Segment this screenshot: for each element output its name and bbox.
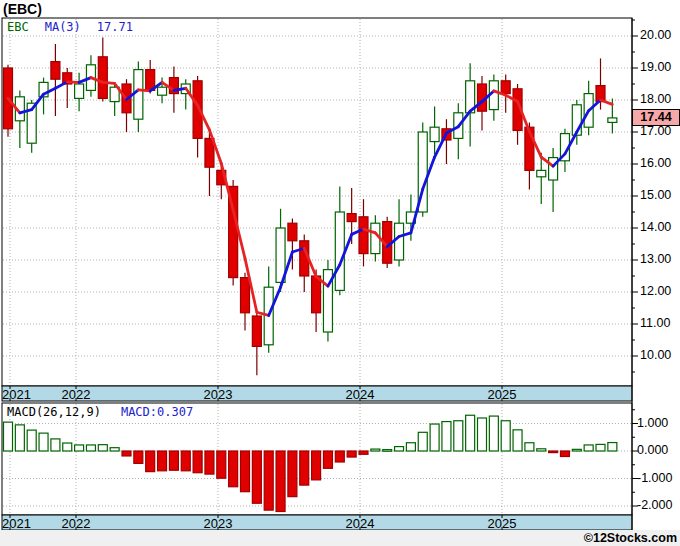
ma-value: 17.71 — [97, 20, 133, 34]
year-label-top: 2025 — [487, 387, 517, 402]
macd-bar — [110, 448, 119, 451]
macd-axis-label: 1.000 — [637, 416, 668, 430]
symbol-label: EBC — [7, 20, 29, 34]
macd-bar — [430, 424, 439, 451]
macd-bar — [15, 425, 24, 451]
year-label-top: 2024 — [345, 387, 375, 402]
macd-bar — [383, 450, 392, 452]
price-axis-label: 18.00 — [640, 92, 671, 106]
macd-bar — [264, 451, 273, 510]
ma-line-segment — [138, 90, 150, 91]
macd-bar — [39, 433, 48, 451]
candle-body — [51, 62, 60, 80]
price-axis-label: 15.00 — [640, 188, 671, 202]
macd-bar — [51, 439, 60, 451]
ma-line-segment — [32, 94, 44, 109]
macd-axis-label: -1.000 — [637, 471, 672, 485]
macd-bar — [241, 451, 250, 492]
macd-bar — [347, 451, 356, 457]
year-label-bottom: 2023 — [203, 516, 233, 531]
macd-current-value: MACD:0.307 — [121, 405, 193, 419]
price-axis-label: 19.00 — [640, 60, 671, 74]
price-axis-label: 13.00 — [640, 252, 671, 266]
watermark: ©12Stocks.com — [584, 531, 677, 545]
macd-legend: MACD(26,12,9) MACD:0.307 — [7, 405, 193, 419]
macd-bar — [323, 451, 332, 468]
macd-bar — [584, 445, 593, 451]
macd-bar — [75, 445, 84, 451]
main-chart-frame — [2, 18, 632, 386]
price-axis-label: 20.00 — [640, 28, 671, 42]
candle-body — [608, 118, 617, 122]
candle-body — [501, 81, 510, 94]
price-axis-label: 10.00 — [640, 348, 671, 362]
macd-bar — [134, 451, 143, 463]
ma-line-segment — [67, 82, 79, 83]
ma-line-segment — [103, 82, 115, 83]
macd-bar — [525, 443, 534, 451]
year-label-bottom: 2025 — [487, 516, 517, 531]
candle-body — [158, 87, 167, 95]
macd-bar — [537, 449, 546, 451]
macd-bar — [418, 432, 427, 451]
price-axis-label: 14.00 — [640, 220, 671, 234]
candle-body — [252, 316, 261, 346]
price-axis-label: 11.00 — [640, 316, 670, 330]
price-axis-label: 12.00 — [640, 284, 671, 298]
macd-bar — [158, 451, 167, 471]
year-axis-band — [2, 515, 632, 530]
macd-bar — [442, 422, 451, 451]
macd-bar — [4, 422, 13, 451]
candle-body — [98, 57, 107, 99]
chart-canvas — [0, 0, 680, 546]
year-axis-band — [2, 386, 632, 401]
macd-bar — [288, 451, 297, 497]
macd-bar — [300, 451, 309, 485]
candle-body — [430, 127, 439, 141]
year-label-bottom: 2024 — [345, 516, 375, 531]
macd-bar — [395, 447, 404, 451]
macd-bar — [466, 415, 475, 451]
macd-axis-label: -2.000 — [637, 498, 672, 512]
year-label-top: 2022 — [61, 387, 91, 402]
macd-bar — [513, 430, 522, 451]
macd-bar — [489, 416, 498, 451]
macd-bar — [560, 451, 569, 457]
macd-bar — [276, 451, 285, 512]
last-price-tag: 17.44 — [632, 109, 680, 126]
candle-body — [347, 214, 356, 222]
macd-bar — [205, 451, 214, 474]
price-axis-label: 17.00 — [640, 124, 671, 138]
candle-body — [288, 223, 297, 241]
year-label-bottom: 2022 — [61, 516, 91, 531]
macd-params-label: MACD(26,12,9) — [7, 405, 101, 419]
macd-bar — [193, 451, 202, 473]
macd-bar — [27, 430, 36, 451]
candle-body — [335, 212, 344, 290]
macd-bar — [406, 443, 415, 451]
candle-body — [75, 84, 84, 98]
macd-bar — [229, 451, 238, 487]
macd-bar — [312, 451, 321, 480]
candle-body — [359, 217, 368, 254]
macd-bar — [63, 443, 72, 451]
macd-bar — [608, 443, 617, 451]
footer-strip — [0, 530, 680, 546]
macd-bar — [572, 449, 581, 451]
macd-bar — [478, 418, 487, 451]
candle-body — [312, 276, 321, 313]
macd-bar — [86, 445, 95, 451]
stock-chart-page: (EBC) EBC MA(3) 17.71 MACD(26,12,9) MACD… — [0, 0, 680, 546]
macd-bar — [98, 445, 107, 451]
price-axis-label: 16.00 — [640, 156, 671, 170]
macd-bar — [122, 451, 131, 456]
macd-bar — [217, 451, 226, 478]
macd-bar — [454, 421, 463, 451]
macd-axis-label: 0.000 — [637, 443, 668, 457]
candle-body — [395, 223, 404, 260]
macd-bar — [252, 451, 261, 503]
macd-bar — [335, 451, 344, 462]
macd-bar — [371, 449, 380, 451]
macd-bar — [359, 451, 368, 454]
candle-body — [134, 70, 143, 120]
